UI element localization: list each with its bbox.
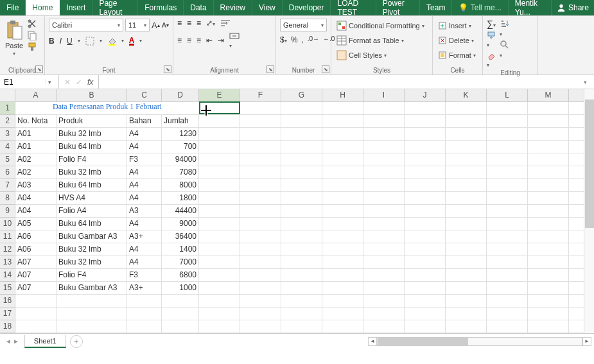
cell[interactable]: A4	[127, 128, 162, 141]
cell[interactable]	[240, 320, 281, 333]
decrease-indent-button[interactable]: ⇤	[206, 36, 213, 45]
cell[interactable]	[199, 230, 240, 243]
row-header-17[interactable]: 17	[0, 308, 15, 320]
cell[interactable]	[240, 153, 281, 166]
row-header-12[interactable]: 12	[0, 243, 15, 256]
col-header-C[interactable]: C	[127, 89, 162, 102]
cell[interactable]: 36400	[162, 230, 199, 243]
increase-decimal-button[interactable]: .0→	[308, 35, 319, 44]
share-button[interactable]: Share	[552, 0, 594, 15]
cell[interactable]: Bahan	[127, 115, 162, 128]
cell[interactable]: A4	[127, 141, 162, 153]
cell[interactable]	[281, 218, 322, 230]
col-header-E[interactable]: E	[199, 89, 240, 102]
cell[interactable]	[281, 102, 322, 115]
cell[interactable]	[487, 308, 528, 320]
col-header-F[interactable]: F	[240, 89, 281, 102]
cell[interactable]	[199, 218, 240, 230]
format-painter-button[interactable]	[27, 42, 37, 52]
cell[interactable]	[322, 141, 363, 153]
cell[interactable]	[322, 230, 363, 243]
cell[interactable]	[322, 102, 363, 115]
col-header-B[interactable]: B	[57, 89, 127, 102]
font-size-combo[interactable]: 11▾	[125, 19, 150, 31]
cell[interactable]	[528, 218, 569, 230]
enter-formula-button[interactable]: ✓	[76, 78, 82, 87]
name-box-input[interactable]	[0, 78, 45, 87]
row-header-6[interactable]: 6	[0, 166, 15, 179]
cell[interactable]	[240, 141, 281, 153]
cell[interactable]	[446, 141, 487, 153]
cell[interactable]: Folio F4	[57, 153, 127, 166]
cell[interactable]	[281, 243, 322, 256]
cell[interactable]: A02	[15, 153, 57, 166]
cell[interactable]: F3	[127, 269, 162, 282]
percent-button[interactable]: %	[291, 35, 298, 44]
col-header-I[interactable]: I	[363, 89, 405, 102]
align-bottom-button[interactable]: ≡	[197, 19, 201, 28]
row-header-1[interactable]: 1	[0, 102, 15, 115]
font-name-combo[interactable]: Calibri▾	[49, 19, 123, 31]
cell[interactable]	[240, 218, 281, 230]
sort-filter-button[interactable]: ▾	[500, 19, 510, 38]
cell[interactable]	[405, 243, 446, 256]
cell[interactable]: Buku 32 lmb	[57, 243, 127, 256]
cell[interactable]	[240, 243, 281, 256]
shrink-font-button[interactable]: A▾	[162, 19, 169, 31]
hscroll-right[interactable]: ►	[582, 337, 591, 346]
cell[interactable]	[528, 243, 569, 256]
cell[interactable]: Buku 64 lmb	[57, 218, 127, 230]
cell[interactable]	[487, 205, 528, 218]
cell[interactable]	[405, 218, 446, 230]
cell[interactable]: 94000	[162, 153, 199, 166]
row-header-16[interactable]: 16	[0, 295, 15, 308]
tab-page-layout[interactable]: Page Layout	[92, 0, 138, 15]
cell[interactable]	[487, 179, 528, 192]
border-button[interactable]	[85, 37, 94, 46]
select-all-corner[interactable]	[0, 89, 15, 102]
cell[interactable]	[528, 153, 569, 166]
col-header-H[interactable]: H	[322, 89, 363, 102]
cell[interactable]: A3+	[127, 230, 162, 243]
cell[interactable]: 6800	[162, 269, 199, 282]
cell[interactable]	[199, 308, 240, 320]
cell[interactable]	[240, 205, 281, 218]
user-name[interactable]: Mentik Yu...	[509, 0, 552, 15]
cell[interactable]	[199, 205, 240, 218]
autosum-button[interactable]: ∑▾	[487, 19, 496, 29]
cell[interactable]	[528, 179, 569, 192]
insert-cells-button[interactable]: Insert▾	[437, 19, 473, 33]
cell[interactable]	[405, 230, 446, 243]
cell[interactable]	[322, 256, 363, 269]
column-headers[interactable]: ABCDEFGHIJKLMN	[15, 89, 594, 102]
cell[interactable]	[240, 166, 281, 179]
cell[interactable]	[199, 282, 240, 295]
cell[interactable]: Buku 32 lmb	[57, 128, 127, 141]
name-box[interactable]: ▾	[0, 75, 59, 89]
cell[interactable]	[240, 115, 281, 128]
cell[interactable]	[15, 320, 57, 333]
cell[interactable]	[199, 256, 240, 269]
cell[interactable]	[199, 128, 240, 141]
cell-styles-button[interactable]: Cell Styles▾	[335, 48, 388, 62]
cell[interactable]	[405, 308, 446, 320]
row-header-7[interactable]: 7	[0, 179, 15, 192]
cell[interactable]: HVS A4	[57, 192, 127, 205]
cell[interactable]	[446, 102, 487, 115]
tab-developer[interactable]: Developer	[283, 0, 331, 15]
cell[interactable]	[322, 166, 363, 179]
cell[interactable]	[363, 282, 405, 295]
fill-color-button[interactable]	[107, 37, 116, 46]
underline-button[interactable]: U	[67, 37, 73, 46]
cell[interactable]	[446, 218, 487, 230]
cell[interactable]: Folio A4	[57, 205, 127, 218]
cell[interactable]	[240, 295, 281, 308]
cell[interactable]	[199, 192, 240, 205]
cell[interactable]: Buku 64 lmb	[57, 179, 127, 192]
cancel-formula-button[interactable]: ✕	[64, 78, 71, 87]
cell[interactable]	[199, 115, 240, 128]
tab-review[interactable]: Review	[214, 0, 252, 15]
tab-power-pivot[interactable]: Power Pivot	[376, 0, 420, 15]
merged-title-cell[interactable]: Data Pemesanan Produk 1 Februari	[15, 102, 199, 115]
accounting-button[interactable]: $▾	[280, 35, 287, 44]
